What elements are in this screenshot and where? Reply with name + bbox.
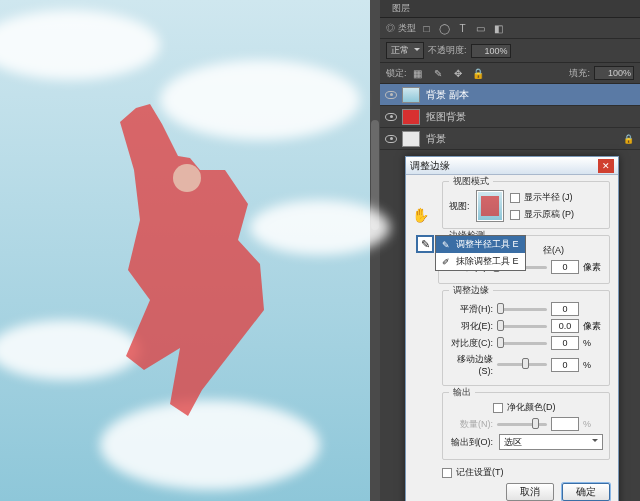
remember-settings-label: 记住设置(T)	[456, 466, 504, 479]
show-original-checkbox[interactable]	[510, 210, 520, 220]
cloud-shape	[0, 10, 160, 80]
shift-edge-value[interactable]: 0	[551, 358, 579, 372]
filter-smart-icon[interactable]: ◧	[492, 21, 506, 35]
document-canvas[interactable]	[0, 0, 370, 501]
feather-value[interactable]: 0.0	[551, 319, 579, 333]
lock-brush-icon[interactable]: ✎	[431, 66, 445, 80]
output-to-dropdown[interactable]: 选区	[499, 434, 603, 450]
vertical-scrollbar[interactable]	[370, 0, 380, 501]
filter-text-icon[interactable]: T	[456, 21, 470, 35]
amount-slider	[497, 423, 547, 426]
feather-slider[interactable]	[497, 325, 547, 328]
erase-refinements-tool-item[interactable]: ✐抹除调整工具 E	[436, 253, 525, 270]
layer-row[interactable]: 抠图背景	[380, 106, 640, 128]
contrast-label: 对比度(C):	[449, 337, 493, 350]
output-to-label: 输出到(O):	[449, 436, 493, 449]
dialog-title: 调整边缘	[410, 159, 598, 173]
lock-move-icon[interactable]: ✥	[451, 66, 465, 80]
show-radius-checkbox[interactable]	[510, 193, 520, 203]
smooth-slider[interactable]	[497, 308, 547, 311]
fill-label: 填充:	[569, 67, 590, 80]
layer-thumbnail[interactable]	[402, 109, 420, 125]
lock-pixels-icon[interactable]: ▦	[411, 66, 425, 80]
show-original-label: 显示原稿 (P)	[524, 208, 575, 221]
filter-pixel-icon[interactable]: □	[420, 21, 434, 35]
cancel-button[interactable]: 取消	[506, 483, 554, 501]
layer-row[interactable]: 背景 副本	[380, 84, 640, 106]
visibility-icon[interactable]	[385, 113, 397, 121]
selection-overlay	[80, 100, 310, 420]
view-mode-dropdown[interactable]	[476, 190, 504, 222]
lock-icon: 🔒	[623, 134, 634, 144]
visibility-icon[interactable]	[385, 91, 397, 99]
amount-label: 数量(N):	[449, 418, 493, 431]
adjust-edge-group-label: 调整边缘	[449, 284, 493, 297]
radius-a-label: 径(A)	[543, 244, 564, 257]
refine-radius-tool-icon[interactable]: ✎ ✎调整半径工具 E ✐抹除调整工具 E	[416, 235, 434, 253]
output-group-label: 输出	[449, 386, 475, 399]
filter-adjust-icon[interactable]: ◯	[438, 21, 452, 35]
lock-all-icon[interactable]: 🔒	[471, 66, 485, 80]
opacity-label: 不透明度:	[428, 44, 467, 57]
refine-edge-dialog: 调整边缘 ✕ ✋ 视图模式 视图: 显示半径 (J) 显示原稿 (P)	[405, 156, 619, 501]
layers-list: 背景 副本 抠图背景 背景 🔒	[380, 84, 640, 150]
amount-value	[551, 417, 579, 431]
refine-radius-tool-item[interactable]: ✎调整半径工具 E	[436, 236, 525, 253]
filter-kind[interactable]: ◎ 类型	[386, 22, 416, 35]
decontaminate-checkbox[interactable]	[493, 403, 503, 413]
view-mode-group-label: 视图模式	[449, 175, 493, 188]
decontaminate-label: 净化颜色(D)	[507, 401, 556, 414]
fill-field[interactable]: 100%	[594, 66, 634, 80]
ok-button[interactable]: 确定	[562, 483, 610, 501]
remember-settings-checkbox[interactable]	[442, 468, 452, 478]
close-icon[interactable]: ✕	[598, 159, 614, 173]
layer-name[interactable]: 背景 副本	[426, 88, 469, 102]
filter-shape-icon[interactable]: ▭	[474, 21, 488, 35]
svg-point-0	[173, 164, 201, 192]
layer-name[interactable]: 抠图背景	[426, 110, 466, 124]
layer-thumbnail[interactable]	[402, 131, 420, 147]
layer-row[interactable]: 背景 🔒	[380, 128, 640, 150]
hand-tool-icon[interactable]: ✋	[412, 207, 429, 223]
contrast-value[interactable]: 0	[551, 336, 579, 350]
show-radius-label: 显示半径 (J)	[524, 191, 573, 204]
lock-label: 锁定:	[386, 67, 407, 80]
layer-filter-bar: ◎ 类型 □ ◯ T ▭ ◧	[380, 18, 640, 39]
contrast-slider[interactable]	[497, 342, 547, 345]
visibility-icon[interactable]	[385, 135, 397, 143]
radius-value[interactable]: 0	[551, 260, 579, 274]
view-label: 视图:	[449, 200, 470, 213]
feather-label: 羽化(E):	[449, 320, 493, 333]
blend-mode-dropdown[interactable]: 正常	[386, 42, 424, 59]
smooth-value[interactable]: 0	[551, 302, 579, 316]
shift-edge-slider[interactable]	[497, 363, 547, 366]
layer-name[interactable]: 背景	[426, 132, 446, 146]
shift-edge-label: 移动边缘(S):	[449, 353, 493, 376]
layer-thumbnail[interactable]	[402, 87, 420, 103]
opacity-field[interactable]: 100%	[471, 44, 511, 58]
px-unit: 像素	[583, 261, 603, 274]
layers-tab[interactable]: 图层	[386, 2, 416, 15]
smooth-label: 平滑(H):	[449, 303, 493, 316]
